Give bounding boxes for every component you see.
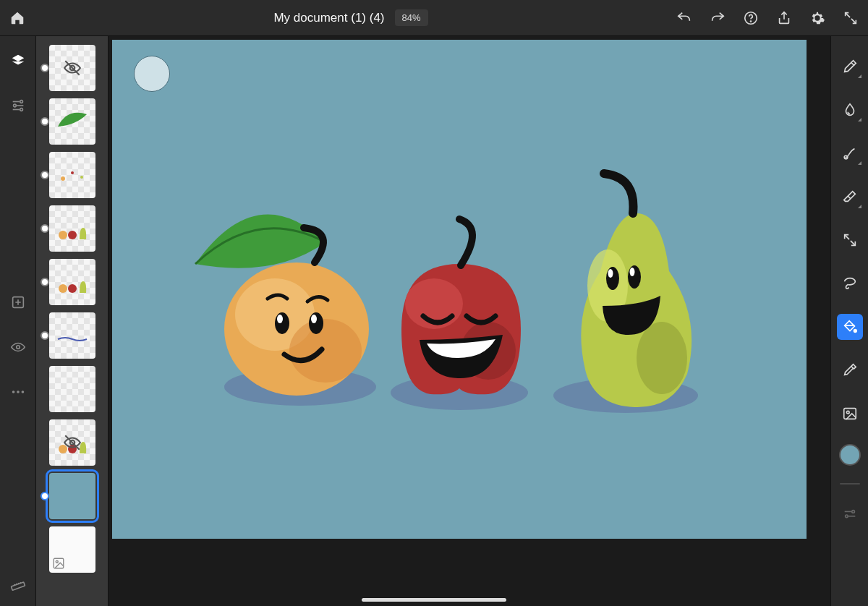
brush-size-preview — [134, 56, 170, 92]
svg-point-3 — [13, 104, 16, 107]
eyedropper-tool[interactable] — [837, 357, 863, 383]
svg-point-40 — [608, 269, 613, 278]
zoom-badge[interactable]: 84% — [395, 9, 428, 26]
separator — [840, 483, 860, 485]
fill-tool[interactable] — [837, 314, 863, 340]
brush-tool[interactable] — [837, 54, 863, 80]
svg-point-38 — [606, 267, 619, 290]
svg-point-45 — [846, 411, 849, 414]
layer-thumbnail[interactable] — [49, 152, 95, 198]
canvas[interactable] — [112, 40, 807, 539]
image-tool[interactable] — [837, 401, 863, 427]
layer-thumbnail[interactable] — [49, 205, 95, 252]
svg-point-8 — [17, 391, 20, 393]
svg-rect-44 — [843, 409, 856, 419]
svg-point-14 — [80, 176, 83, 179]
eraser-tool[interactable] — [837, 184, 863, 210]
lasso-tool[interactable] — [837, 270, 863, 296]
svg-point-15 — [59, 231, 67, 239]
svg-point-16 — [68, 231, 77, 239]
svg-point-1 — [750, 21, 751, 22]
svg-point-32 — [277, 315, 283, 323]
svg-point-17 — [59, 284, 67, 293]
svg-point-7 — [12, 391, 14, 393]
more-button[interactable] — [7, 380, 30, 404]
tool-settings-button[interactable] — [837, 502, 863, 528]
home-indicator — [362, 598, 506, 602]
layer-thumbnail[interactable] — [49, 366, 95, 412]
layers-panel-button[interactable] — [7, 49, 30, 72]
svg-point-39 — [628, 265, 641, 289]
transform-tool[interactable] — [837, 227, 863, 253]
svg-point-2 — [20, 101, 22, 103]
document-title: My document (1) (4) — [273, 11, 384, 25]
svg-point-43 — [854, 330, 856, 333]
left-rail — [0, 36, 36, 606]
svg-point-37 — [637, 322, 687, 394]
adjustments-button[interactable] — [7, 94, 30, 117]
home-button[interactable] — [9, 9, 26, 27]
svg-point-31 — [309, 312, 323, 334]
svg-point-47 — [845, 515, 848, 518]
layers-panel — [36, 36, 109, 606]
layer-thumbnail[interactable] — [49, 98, 95, 145]
main-area — [0, 36, 868, 606]
svg-point-12 — [61, 176, 65, 181]
svg-point-4 — [20, 108, 22, 111]
svg-rect-22 — [54, 558, 64, 568]
canvas-viewport[interactable] — [109, 36, 830, 606]
ruler-button[interactable] — [7, 571, 30, 594]
svg-point-9 — [21, 391, 24, 393]
smudge-tool[interactable] — [837, 97, 863, 123]
svg-point-30 — [275, 312, 289, 334]
fullscreen-button[interactable] — [842, 9, 859, 27]
peach-fruit — [195, 214, 369, 396]
artwork — [156, 134, 749, 438]
right-toolbar — [830, 36, 868, 606]
layer-thumbnail[interactable] — [49, 526, 95, 573]
apple-fruit — [401, 219, 521, 394]
svg-point-33 — [311, 315, 317, 323]
visibility-button[interactable] — [7, 336, 30, 359]
svg-point-13 — [71, 171, 74, 174]
color-swatch[interactable] — [839, 444, 861, 466]
add-layer-button[interactable] — [7, 291, 30, 314]
svg-point-46 — [851, 511, 854, 513]
svg-point-18 — [68, 284, 77, 293]
redo-button[interactable] — [709, 9, 726, 27]
layer-thumbnail[interactable] — [49, 312, 95, 359]
svg-point-29 — [289, 319, 362, 383]
help-button[interactable] — [742, 9, 760, 27]
svg-point-41 — [630, 268, 635, 276]
layer-thumbnail[interactable] — [49, 45, 95, 91]
hidden-icon — [49, 45, 95, 91]
hidden-icon — [49, 419, 95, 466]
settings-button[interactable] — [809, 9, 826, 27]
share-button[interactable] — [775, 9, 793, 27]
pear-fruit — [581, 174, 692, 407]
blend-tool[interactable] — [837, 140, 863, 166]
layer-thumbnail[interactable] — [49, 419, 95, 466]
app-root: My document (1) (4) 84% — [0, 0, 868, 606]
undo-button[interactable] — [676, 9, 693, 27]
top-bar: My document (1) (4) 84% — [0, 0, 868, 36]
layer-thumbnail[interactable] — [49, 473, 95, 519]
svg-point-6 — [16, 346, 20, 349]
layer-thumbnail[interactable] — [49, 259, 95, 305]
svg-point-23 — [56, 560, 58, 563]
